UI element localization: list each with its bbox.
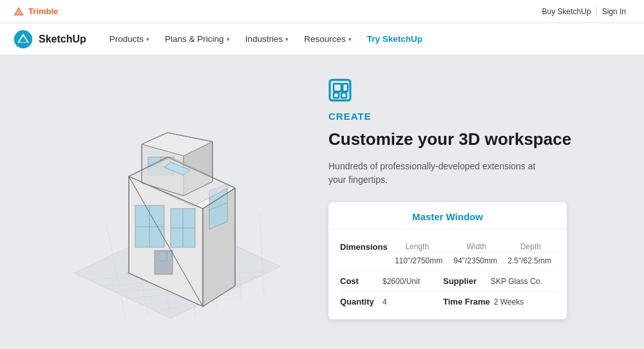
dimensions-label: Dimensions xyxy=(340,242,388,252)
chevron-down-icon: ▾ xyxy=(348,36,352,42)
width-value: 94"/2350mm xyxy=(451,256,500,265)
left-panel xyxy=(0,55,316,349)
right-panel: CREATE Customize your 3D workspace Hundr… xyxy=(316,55,644,349)
depth-value: 2.5"/62.5mm xyxy=(507,256,551,265)
depth-header: Depth xyxy=(511,242,550,251)
top-bar: Trimble Buy SketchUp Sign In xyxy=(0,0,644,23)
sign-in-link[interactable]: Sign In xyxy=(597,7,631,16)
nav-items: Products ▾ Plans & Pricing ▾ Industries … xyxy=(102,23,631,55)
trimble-logo: Trimble xyxy=(13,6,58,17)
length-header: Length xyxy=(393,242,442,251)
svg-rect-47 xyxy=(334,93,339,98)
card-title: Master Window xyxy=(328,202,567,229)
svg-rect-29 xyxy=(135,205,164,247)
hero-subtext: Hundreds of professionally-developed ext… xyxy=(328,160,547,187)
chevron-down-icon: ▾ xyxy=(285,36,289,42)
chevron-down-icon: ▾ xyxy=(227,36,230,42)
svg-rect-48 xyxy=(341,93,346,98)
card-body: Dimensions Length Width Depth xyxy=(328,229,567,309)
product-card: Master Window Dimensions Length Width De… xyxy=(328,202,567,319)
nav-plans-pricing[interactable]: Plans & Pricing ▾ xyxy=(157,23,238,55)
quantity-label: Quantity xyxy=(340,297,379,307)
nav-industries[interactable]: Industries ▾ xyxy=(238,23,297,55)
supplier-label: Supplier xyxy=(443,276,487,286)
length-value: 110"/2750mm xyxy=(394,256,443,265)
svg-line-18 xyxy=(260,213,264,294)
supplier-value: SKP Glass Co. xyxy=(491,277,542,286)
nav-bar: SketchUp Products ▾ Plans & Pricing ▾ In… xyxy=(0,23,644,55)
svg-rect-49 xyxy=(343,84,348,91)
quantity-value: 4 xyxy=(383,297,439,307)
svg-rect-40 xyxy=(159,252,166,261)
cost-label: Cost xyxy=(340,276,379,286)
try-sketchup-button[interactable]: Try SketchUp xyxy=(359,23,430,55)
create-icon xyxy=(328,79,352,102)
create-label: CREATE xyxy=(328,111,625,122)
trimble-logo-text: Trimble xyxy=(28,6,58,16)
svg-rect-46 xyxy=(334,84,341,91)
width-header: Width xyxy=(452,242,501,251)
hero-headline: Customize your 3D workspace xyxy=(328,129,625,149)
nav-products[interactable]: Products ▾ xyxy=(102,23,157,55)
timeframe-value: 2 Weeks xyxy=(494,297,524,307)
svg-rect-41 xyxy=(167,252,171,261)
main-content: CREATE Customize your 3D workspace Hundr… xyxy=(0,55,644,349)
sketchup-logo[interactable]: SketchUp xyxy=(13,29,86,50)
timeframe-label: Time Frame xyxy=(443,297,490,307)
buy-sketchup-link[interactable]: Buy SketchUp xyxy=(537,7,596,16)
chevron-down-icon: ▾ xyxy=(146,36,149,42)
nav-resources[interactable]: Resources ▾ xyxy=(296,23,359,55)
sketchup-logo-text: SketchUp xyxy=(39,33,86,45)
cost-value: $2600/Unit xyxy=(383,277,439,286)
top-bar-links: Buy SketchUp Sign In xyxy=(537,7,631,16)
building-illustration xyxy=(35,80,280,325)
